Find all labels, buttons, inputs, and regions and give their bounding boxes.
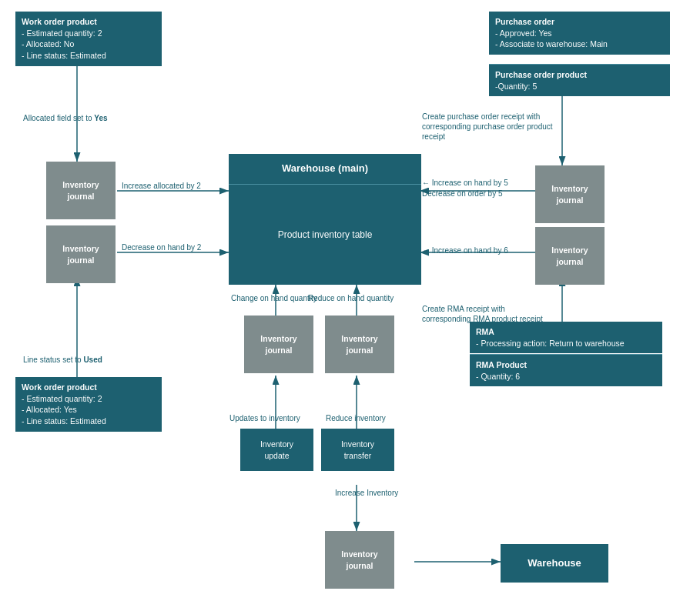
inv-journal-5-box: Inventoryjournal <box>244 316 313 373</box>
rma-product-line1: - Quantity: 6 <box>476 371 656 382</box>
work-order-top-line3: - Line status: Estimated <box>22 50 156 62</box>
inv-journal-2-label: Inventoryjournal <box>62 243 99 265</box>
work-order-top-title: Work order product <box>22 16 156 28</box>
inv-journal-7-label: Inventoryjournal <box>341 549 377 571</box>
inv-update-box: Inventoryupdate <box>240 429 313 471</box>
increase-on-hand-6-label: ← Increase on hand by 6 <box>422 246 508 255</box>
updates-to-inventory-label: Updates to inventory <box>229 414 300 422</box>
purchase-order-box: Purchase order - Approved: Yes - Associa… <box>489 12 670 55</box>
rma-line1: - Processing action: Return to warehouse <box>476 338 656 349</box>
inv-journal-7-box: Inventoryjournal <box>325 531 394 589</box>
warehouse-main-label: Warehouse (main) <box>282 162 368 175</box>
decrease-on-order-5-label: Decrease on order by 5 <box>422 189 503 198</box>
decrease-on-hand-label: Decrease on hand by 2 <box>122 243 201 252</box>
increase-inventory-label: Increase Inventory <box>335 489 398 497</box>
work-order-top-line2: - Allocated: No <box>22 38 156 50</box>
inv-journal-6-label: Inventoryjournal <box>341 333 377 356</box>
warehouse-bottom-label: Warehouse <box>528 556 581 570</box>
work-order-bottom-line2: - Allocated: Yes <box>22 404 156 416</box>
inv-journal-5-label: Inventoryjournal <box>260 333 296 356</box>
inv-journal-4-box: Inventoryjournal <box>535 227 605 285</box>
warehouse-bottom-box: Warehouse <box>501 544 608 583</box>
inv-journal-3-box: Inventoryjournal <box>535 165 605 223</box>
increase-on-hand-5-label: ← Increase on hand by 5 <box>422 179 508 187</box>
create-po-receipt-label: Create purchase order receipt withcorres… <box>422 112 572 142</box>
work-order-bottom-box: Work order product - Estimated quantity:… <box>15 377 162 432</box>
reduce-inventory-label: Reduce inventory <box>326 414 386 422</box>
rma-title: RMA <box>476 326 656 338</box>
rma-box: RMA - Processing action: Return to wareh… <box>470 322 662 353</box>
inv-journal-2-box: Inventoryjournal <box>46 225 116 283</box>
inv-transfer-box: Inventorytransfer <box>321 429 394 471</box>
rma-product-box: RMA Product - Quantity: 6 <box>470 354 662 386</box>
inv-journal-6-box: Inventoryjournal <box>325 316 394 373</box>
work-order-bottom-line3: - Line status: Estimated <box>22 416 156 427</box>
po-product-box: Purchase order product -Quantity: 5 <box>489 64 670 96</box>
product-inventory-label: Product inventory table <box>278 229 373 242</box>
work-order-bottom-line1: - Estimated quantity: 2 <box>22 393 156 405</box>
inv-journal-1-label: Inventoryjournal <box>62 179 99 202</box>
rma-product-title: RMA Product <box>476 359 656 371</box>
work-order-top-box: Work order product - Estimated quantity:… <box>15 12 162 66</box>
work-order-top-line1: - Estimated quantity: 2 <box>22 28 156 39</box>
change-on-hand-label: Change on hand quantity <box>231 294 317 302</box>
increase-allocated-label: Increase allocated by 2 <box>122 182 201 190</box>
purchase-order-title: Purchase order <box>495 16 664 28</box>
inv-update-label: Inventoryupdate <box>260 439 293 461</box>
po-line1: - Approved: Yes <box>495 28 664 39</box>
inv-transfer-label: Inventorytransfer <box>341 439 374 461</box>
diagram: Work order product - Estimated quantity:… <box>0 0 700 611</box>
inv-journal-1-box: Inventoryjournal <box>46 162 116 219</box>
inv-journal-3-label: Inventoryjournal <box>551 183 588 205</box>
line-status-label: Line status set to Used <box>23 356 102 364</box>
allocated-yes-label: Allocated field set to Yes <box>23 114 108 122</box>
po-line2: - Associate to warehouse: Main <box>495 38 664 50</box>
po-product-title: Purchase order product <box>495 69 664 81</box>
inv-journal-4-label: Inventoryjournal <box>551 245 588 267</box>
reduce-on-hand-label: Reduce on hand quantity <box>308 294 394 302</box>
product-inventory-box: Product inventory table <box>229 185 421 285</box>
warehouse-main-box: Warehouse (main) <box>229 154 421 185</box>
create-rma-receipt-label: Create RMA receipt withcorresponding RMA… <box>422 304 568 324</box>
work-order-bottom-title: Work order product <box>22 382 156 393</box>
po-product-line1: -Quantity: 5 <box>495 81 664 92</box>
